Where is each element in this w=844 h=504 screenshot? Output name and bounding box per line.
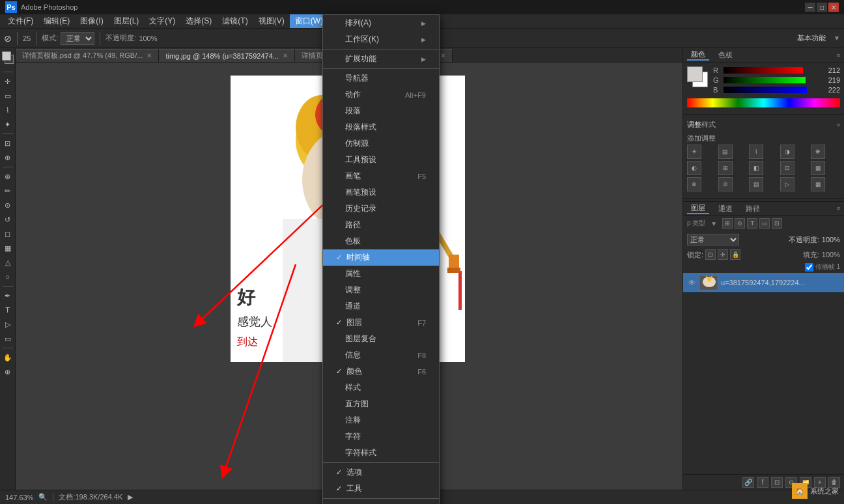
dd-layer-comps-label: 图层复合: [345, 333, 426, 344]
dd-sep-3: [323, 462, 439, 463]
dd-navigator-label: 导航器: [345, 73, 426, 84]
dd-info[interactable]: 信息 F8: [323, 347, 439, 363]
dd-file1[interactable]: 1 详情页模板.psd: [323, 500, 439, 504]
dd-brush-shortcut: F5: [404, 173, 426, 180]
dd-styles-label: 样式: [345, 382, 426, 393]
window-menu-dropdown: 排列(A) 工作区(K) 扩展功能 导航器 动作 Alt+F9 段落 段落样式 …: [322, 14, 440, 504]
dd-arrange[interactable]: 排列(A): [323, 15, 439, 31]
dd-color-shortcut: F6: [404, 368, 426, 376]
dd-paths-label: 路径: [345, 219, 426, 231]
dd-sep-4: [323, 498, 439, 499]
dd-color-label: 颜色: [346, 366, 404, 377]
dd-info-shortcut: F8: [404, 352, 426, 359]
dd-tools-check: ✓: [336, 484, 345, 493]
dd-navigator[interactable]: 导航器: [323, 70, 439, 87]
dd-properties[interactable]: 属性: [323, 266, 439, 282]
dd-workspace-label: 工作区(K): [345, 34, 421, 45]
dd-tools-label: 工具: [346, 483, 426, 494]
dd-histogram[interactable]: 直方图: [323, 396, 439, 412]
dd-clone-source[interactable]: 仿制源: [323, 135, 439, 152]
dd-options[interactable]: ✓ 选项: [323, 464, 439, 481]
dd-timeline[interactable]: ✓ 时间轴: [323, 249, 439, 266]
dd-channels[interactable]: 通道: [323, 298, 439, 315]
dd-color-check: ✓: [336, 367, 345, 376]
dd-actions[interactable]: 动作 Alt+F9: [323, 87, 439, 103]
dd-extensions-label: 扩展功能: [345, 53, 421, 64]
dd-brush-presets[interactable]: 画笔预设: [323, 184, 439, 201]
dd-actions-label: 动作: [345, 89, 392, 100]
dd-brush[interactable]: 画笔 F5: [323, 168, 439, 184]
dd-sep-2: [323, 68, 439, 69]
dd-adjustments-label: 调整: [345, 285, 426, 296]
dd-character-styles[interactable]: 字符样式: [323, 445, 439, 461]
dd-swatches-label: 色板: [345, 236, 426, 247]
dd-options-check: ✓: [336, 468, 345, 477]
dd-info-label: 信息: [345, 350, 404, 361]
dd-timeline-label: 时间轴: [346, 252, 426, 263]
dd-paragraph-label: 段落: [345, 105, 426, 117]
dd-workspace[interactable]: 工作区(K): [323, 31, 439, 48]
dd-paths[interactable]: 路径: [323, 217, 439, 233]
dd-history[interactable]: 历史记录: [323, 201, 439, 217]
dd-character[interactable]: 字符: [323, 428, 439, 445]
dd-properties-label: 属性: [345, 268, 426, 279]
dd-tool-presets-label: 工具预设: [345, 154, 426, 165]
dd-history-label: 历史记录: [345, 203, 426, 214]
dd-notes[interactable]: 注释: [323, 412, 439, 428]
dd-tools[interactable]: ✓ 工具: [323, 481, 439, 497]
dd-character-styles-label: 字符样式: [345, 447, 426, 458]
dd-options-label: 选项: [346, 467, 426, 478]
dd-extensions[interactable]: 扩展功能: [323, 51, 439, 67]
dd-tool-presets[interactable]: 工具预设: [323, 152, 439, 168]
dd-paragraph[interactable]: 段落: [323, 103, 439, 119]
dd-adjustments[interactable]: 调整: [323, 282, 439, 298]
dd-histogram-label: 直方图: [345, 399, 426, 410]
dd-paragraph-styles[interactable]: 段落样式: [323, 119, 439, 135]
dd-arrange-label: 排列(A): [345, 18, 421, 29]
dd-layer-comps[interactable]: 图层复合: [323, 331, 439, 347]
dd-brush-label: 画笔: [345, 171, 404, 182]
dd-character-label: 字符: [345, 431, 426, 442]
dd-actions-shortcut: Alt+F9: [392, 91, 426, 99]
dd-color[interactable]: ✓ 颜色 F6: [323, 363, 439, 380]
dd-channels-label: 通道: [345, 301, 426, 312]
dd-clone-source-label: 仿制源: [345, 138, 426, 149]
dd-sep-1: [323, 49, 439, 49]
dd-paragraph-styles-label: 段落样式: [345, 122, 426, 133]
dd-layers-shortcut: F7: [404, 319, 426, 327]
dd-layers-label: 图层: [346, 317, 404, 328]
dd-timeline-check: ✓: [336, 253, 345, 262]
dd-brush-presets-label: 画笔预设: [345, 187, 426, 198]
dd-notes-label: 注释: [345, 415, 426, 426]
dd-layers[interactable]: ✓ 图层 F7: [323, 315, 439, 331]
dd-swatches[interactable]: 色板: [323, 233, 439, 249]
dd-styles[interactable]: 样式: [323, 380, 439, 396]
dd-layers-check: ✓: [336, 318, 345, 327]
